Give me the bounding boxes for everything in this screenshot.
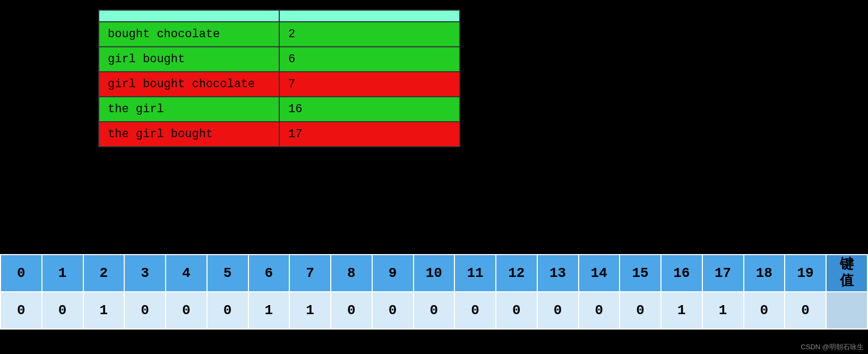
array-data-last [826, 292, 867, 329]
array-header-cell: 6 [248, 255, 290, 292]
table-row: the girl bought17 [99, 122, 460, 147]
array-data-cell: 0 [331, 292, 372, 329]
array-header-cell: 14 [579, 255, 620, 292]
array-header-cell: 18 [744, 255, 785, 292]
array-data-cell: 0 [414, 292, 455, 329]
array-data-cell: 0 [166, 292, 207, 329]
array-table: 012345678910111213141516171819键值 0010001… [0, 254, 868, 330]
value-col-header [279, 10, 460, 22]
array-header-cell: 13 [537, 255, 579, 292]
feature-cell: girl bought chocolate [99, 72, 279, 97]
feature-col-header [99, 10, 279, 22]
bottom-table-container: 012345678910111213141516171819键值 0010001… [0, 254, 868, 330]
array-header-cell: 17 [702, 255, 744, 292]
value-cell: 7 [279, 72, 460, 97]
array-data-cell: 0 [785, 292, 826, 329]
array-header-cell: 0 [1, 255, 42, 292]
array-data-cell: 0 [579, 292, 620, 329]
array-header-cell: 7 [289, 255, 331, 292]
array-data-cell: 0 [744, 292, 785, 329]
table-row: girl bought6 [99, 47, 460, 72]
array-header-cell: 1 [42, 255, 83, 292]
array-header-cell: 15 [620, 255, 661, 292]
array-header-cell: 11 [454, 255, 496, 292]
array-header-cell: 5 [207, 255, 248, 292]
array-data-cell: 0 [124, 292, 166, 329]
array-header-last: 键值 [826, 255, 867, 292]
feature-cell: the girl [99, 97, 279, 122]
feature-cell: girl bought [99, 47, 279, 72]
value-cell: 16 [279, 97, 460, 122]
array-data-cell: 1 [289, 292, 331, 329]
array-data-cell: 0 [496, 292, 537, 329]
array-data-cell: 0 [372, 292, 414, 329]
array-header-cell: 2 [83, 255, 125, 292]
feature-cell: the girl bought [99, 122, 279, 147]
array-data-cell: 1 [83, 292, 125, 329]
top-table-container: bought chocolate2girl bought6girl bought… [98, 10, 460, 147]
array-header-cell: 12 [496, 255, 537, 292]
array-data-cell: 0 [42, 292, 83, 329]
array-data-cell: 0 [1, 292, 42, 329]
array-header-cell: 16 [661, 255, 702, 292]
array-header-cell: 9 [372, 255, 414, 292]
array-header-cell: 10 [414, 255, 455, 292]
feature-table: bought chocolate2girl bought6girl bought… [98, 10, 460, 147]
array-data-cell: 0 [207, 292, 248, 329]
array-header-cell: 19 [785, 255, 826, 292]
feature-cell: bought chocolate [99, 22, 279, 47]
watermark: CSDN @明朝石咏生 [801, 342, 864, 352]
array-data-cell: 1 [702, 292, 744, 329]
value-cell: 6 [279, 47, 460, 72]
value-cell: 17 [279, 122, 460, 147]
array-header-cell: 3 [124, 255, 166, 292]
array-data-cell: 0 [537, 292, 579, 329]
table-row: girl bought chocolate7 [99, 72, 460, 97]
array-header-cell: 4 [166, 255, 207, 292]
array-data-cell: 0 [454, 292, 496, 329]
array-data-cell: 1 [661, 292, 702, 329]
array-data-cell: 0 [620, 292, 661, 329]
table-row: the girl16 [99, 97, 460, 122]
value-cell: 2 [279, 22, 460, 47]
array-data-cell: 1 [248, 292, 290, 329]
array-header-cell: 8 [331, 255, 372, 292]
table-row: bought chocolate2 [99, 22, 460, 47]
